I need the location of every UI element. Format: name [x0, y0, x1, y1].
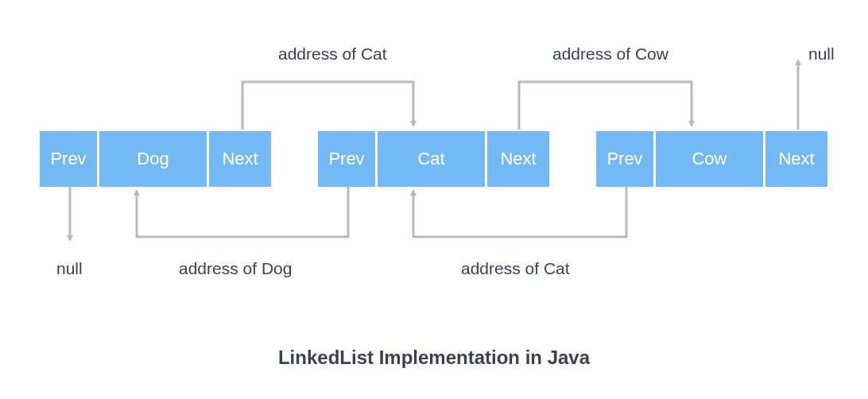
- node-data-label: Cow: [656, 131, 763, 187]
- node-next-label: Next: [209, 131, 271, 187]
- label-next-2: address of Cow: [552, 45, 668, 64]
- node-next-label: Next: [765, 131, 827, 187]
- node-dog: Prev Dog Next: [40, 131, 271, 187]
- arrow-next-1: [242, 82, 413, 130]
- node-cow: Prev Cow Next: [596, 131, 827, 187]
- diagram-canvas: Prev Dog Next Prev Cat Next Prev Cow Nex…: [0, 0, 868, 399]
- node-prev-label: Prev: [40, 131, 97, 187]
- node-next-label: Next: [487, 131, 549, 187]
- node-data-label: Dog: [99, 131, 207, 187]
- diagram-caption: LinkedList Implementation in Java: [0, 347, 868, 369]
- arrow-next-2: [519, 82, 692, 130]
- label-next-1: address of Cat: [278, 45, 387, 64]
- arrow-prev-3: [413, 187, 626, 237]
- node-prev-label: Prev: [318, 131, 375, 187]
- node-prev-label: Prev: [596, 131, 653, 187]
- node-cat: Prev Cat Next: [318, 131, 549, 187]
- label-next-null: null: [808, 45, 835, 64]
- arrow-prev-2: [137, 187, 348, 237]
- label-prev-null: null: [56, 259, 83, 278]
- arrows-layer: [0, 0, 868, 399]
- label-prev-2: address of Dog: [179, 259, 292, 278]
- node-data-label: Cat: [378, 131, 485, 187]
- label-prev-3: address of Cat: [461, 259, 570, 278]
